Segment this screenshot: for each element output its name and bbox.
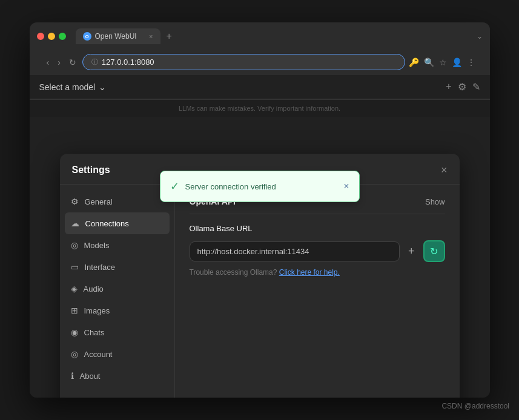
model-select-label: Select a model: [39, 82, 96, 92]
settings-main-content: OpenAI API Show Ollama Base URL + ↻: [175, 185, 460, 398]
header-actions: + ⚙ ✎: [446, 81, 480, 93]
menu-icon[interactable]: ⋮: [467, 57, 475, 67]
app-content: Select a model ⌄ + ⚙ ✎ Settings ×: [30, 75, 490, 398]
profile-icon[interactable]: 👤: [452, 57, 462, 67]
browser-titlebar: O Open WebUI × + ⌄: [37, 28, 483, 44]
sidebar-item-models[interactable]: ◎ Models: [60, 234, 174, 256]
traffic-light-red[interactable]: [37, 33, 44, 40]
about-icon: ℹ: [71, 371, 74, 381]
sidebar-label-images: Images: [84, 306, 110, 315]
tab-expand-icon[interactable]: ⌄: [477, 32, 483, 41]
tab-bar: O Open WebUI × +: [76, 28, 472, 44]
sidebar-label-chats: Chats: [84, 328, 105, 337]
audio-icon: ◈: [71, 284, 78, 294]
watermark-text: CSDN @addresstool: [441, 402, 509, 410]
sidebar-label-audio: Audio: [84, 284, 104, 294]
bookmark-icon[interactable]: ☆: [439, 57, 447, 67]
settings-title: Settings: [72, 165, 110, 176]
browser-tab-active[interactable]: O Open WebUI ×: [76, 28, 160, 44]
general-icon: ⚙: [71, 197, 79, 206]
images-icon: ⊞: [71, 306, 78, 315]
sidebar-item-general[interactable]: ⚙ General: [60, 191, 174, 212]
nav-forward-button[interactable]: ›: [55, 56, 63, 68]
sidebar-label-general: General: [85, 197, 113, 206]
tab-label: Open WebUI: [95, 32, 137, 41]
success-notification: ✓ Server connection verified ×: [160, 171, 360, 202]
nav-back-button[interactable]: ‹: [44, 56, 52, 68]
sidebar-item-about[interactable]: ℹ About: [60, 365, 174, 387]
refresh-icon: ↻: [430, 246, 438, 257]
toolbar-right-actions: 🔑 🔍 ☆ 👤 ⋮: [409, 57, 475, 67]
ollama-add-button[interactable]: +: [405, 243, 418, 260]
help-link[interactable]: Click here for help.: [279, 268, 340, 277]
sidebar-label-models: Models: [84, 241, 110, 250]
browser-toolbar: ‹ › ↻ ⓘ 127.0.0.1:8080 🔑 🔍 ☆ 👤 ⋮: [37, 49, 483, 75]
address-bar[interactable]: ⓘ 127.0.0.1:8080: [82, 54, 405, 70]
settings-sidebar: ⚙ General ☁ Connections ◎ Models ▭: [60, 185, 175, 398]
ollama-section-title: Ollama Base URL: [190, 224, 445, 233]
address-security-icon: ⓘ: [91, 57, 98, 67]
ollama-section: Ollama Base URL + ↻ Trouble accessing Ol…: [190, 224, 445, 277]
ollama-help-text: Trouble accessing Ollama? Click here for…: [190, 268, 445, 277]
ollama-url-row: + ↻: [190, 240, 445, 262]
help-static-text: Trouble accessing Ollama?: [190, 268, 277, 277]
sidebar-item-interface[interactable]: ▭ Interface: [60, 256, 174, 278]
connections-icon: ☁: [71, 218, 79, 228]
success-message: Server connection verified: [185, 182, 276, 191]
account-icon: ◎: [71, 349, 78, 359]
sidebar-item-account[interactable]: ◎ Account: [60, 343, 174, 365]
address-text: 127.0.0.1:8080: [102, 57, 154, 67]
openai-show-button[interactable]: Show: [425, 197, 445, 206]
sidebar-label-interface: Interface: [85, 263, 116, 272]
header-edit-icon[interactable]: ✎: [472, 81, 480, 93]
zoom-icon[interactable]: 🔍: [424, 57, 434, 67]
interface-icon: ▭: [71, 262, 79, 272]
sidebar-label-about: About: [80, 372, 101, 381]
sidebar-item-images[interactable]: ⊞ Images: [60, 300, 174, 321]
watermark: CSDN @addresstool: [441, 402, 509, 410]
bottom-bar: LLMs can make mistakes. Verify important…: [30, 99, 490, 117]
header-add-icon[interactable]: +: [446, 81, 451, 93]
app-header: Select a model ⌄ + ⚙ ✎: [30, 75, 490, 99]
model-chevron-icon: ⌄: [99, 82, 106, 92]
browser-window: O Open WebUI × + ⌄ ‹ › ↻ ⓘ 127.0.0.1:808…: [30, 22, 490, 398]
new-tab-button[interactable]: +: [163, 31, 176, 42]
tab-favicon: O: [83, 32, 91, 41]
settings-close-button[interactable]: ×: [441, 165, 448, 176]
traffic-light-green[interactable]: [59, 33, 66, 40]
notification-close-button[interactable]: ×: [343, 181, 349, 192]
browser-chrome: O Open WebUI × + ⌄ ‹ › ↻ ⓘ 127.0.0.1:808…: [30, 22, 490, 75]
disclaimer-text: LLMs can make mistakes. Verify important…: [179, 105, 340, 112]
model-selector[interactable]: Select a model ⌄: [39, 82, 107, 92]
success-check-icon: ✓: [170, 180, 179, 193]
traffic-lights: [37, 33, 66, 40]
ollama-url-input[interactable]: [190, 241, 400, 261]
sidebar-item-connections[interactable]: ☁ Connections: [65, 212, 170, 234]
settings-body: ⚙ General ☁ Connections ◎ Models ▭: [60, 185, 460, 398]
key-icon[interactable]: 🔑: [409, 57, 419, 67]
sidebar-item-chats[interactable]: ◉ Chats: [60, 321, 174, 343]
nav-reload-button[interactable]: ↻: [67, 56, 79, 68]
chats-icon: ◉: [71, 327, 78, 337]
models-icon: ◎: [71, 240, 78, 250]
sidebar-label-account: Account: [84, 350, 113, 359]
sidebar-label-connections: Connections: [85, 219, 129, 228]
sidebar-item-audio[interactable]: ◈ Audio: [60, 278, 174, 300]
ollama-refresh-button[interactable]: ↻: [423, 240, 445, 262]
tab-close-button[interactable]: ×: [149, 33, 153, 40]
traffic-light-yellow[interactable]: [48, 33, 55, 40]
header-settings-icon[interactable]: ⚙: [458, 81, 466, 93]
